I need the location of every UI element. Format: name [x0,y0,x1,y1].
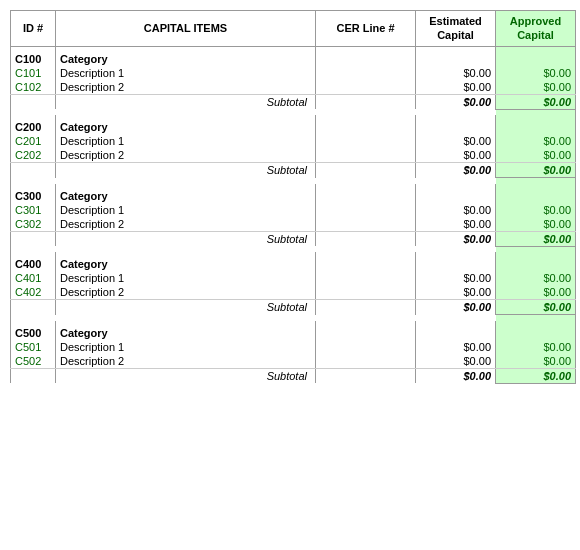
row-approved: $0.00 [496,66,576,80]
table-row: C302 Description 2 $0.00 $0.00 [11,217,576,232]
row-description: Description 1 [56,66,316,80]
row-cer[interactable] [316,217,416,232]
category-est [416,252,496,271]
row-id: C201 [11,134,56,148]
table-row: C102 Description 2 $0.00 $0.00 [11,80,576,95]
subtotal-empty-id [11,300,56,315]
table-row: C502 Description 2 $0.00 $0.00 [11,354,576,369]
category-est [416,184,496,203]
row-estimated: $0.00 [416,340,496,354]
subtotal-estimated: $0.00 [416,94,496,109]
row-cer[interactable] [316,285,416,300]
subtotal-approved: $0.00 [496,300,576,315]
row-cer[interactable] [316,134,416,148]
row-estimated: $0.00 [416,354,496,369]
header-estimated: Estimated Capital [416,11,496,47]
category-cer [316,252,416,271]
row-description: Description 1 [56,271,316,285]
row-approved: $0.00 [496,285,576,300]
row-id: C401 [11,271,56,285]
subtotal-label: Subtotal [56,368,316,383]
subtotal-label: Subtotal [56,163,316,178]
row-approved: $0.00 [496,340,576,354]
row-description: Description 2 [56,354,316,369]
subtotal-empty-id [11,368,56,383]
category-label: Category [56,321,316,340]
subtotal-label: Subtotal [56,94,316,109]
category-app [496,115,576,134]
subtotal-approved: $0.00 [496,94,576,109]
category-app [496,184,576,203]
category-row: C500 Category [11,321,576,340]
category-id: C400 [11,252,56,271]
row-estimated: $0.00 [416,66,496,80]
table-row: C201 Description 1 $0.00 $0.00 [11,134,576,148]
row-description: Description 1 [56,134,316,148]
category-id: C500 [11,321,56,340]
subtotal-label: Subtotal [56,231,316,246]
subtotal-approved: $0.00 [496,231,576,246]
row-approved: $0.00 [496,80,576,95]
row-cer[interactable] [316,148,416,163]
row-estimated: $0.00 [416,217,496,232]
row-approved: $0.00 [496,148,576,163]
row-description: Description 1 [56,203,316,217]
subtotal-row: Subtotal $0.00 $0.00 [11,94,576,109]
row-id: C501 [11,340,56,354]
row-approved: $0.00 [496,271,576,285]
subtotal-cer [316,368,416,383]
category-cer [316,184,416,203]
row-estimated: $0.00 [416,148,496,163]
subtotal-label: Subtotal [56,300,316,315]
table-row: C501 Description 1 $0.00 $0.00 [11,340,576,354]
category-label: Category [56,46,316,66]
category-cer [316,115,416,134]
row-id: C301 [11,203,56,217]
category-id: C300 [11,184,56,203]
subtotal-approved: $0.00 [496,368,576,383]
row-cer[interactable] [316,340,416,354]
subtotal-row: Subtotal $0.00 $0.00 [11,163,576,178]
category-app [496,46,576,66]
header-cer: CER Line # [316,11,416,47]
table-row: C402 Description 2 $0.00 $0.00 [11,285,576,300]
subtotal-cer [316,300,416,315]
subtotal-estimated: $0.00 [416,163,496,178]
row-id: C202 [11,148,56,163]
subtotal-empty-id [11,94,56,109]
row-cer[interactable] [316,354,416,369]
category-label: Category [56,252,316,271]
row-estimated: $0.00 [416,203,496,217]
row-id: C402 [11,285,56,300]
row-estimated: $0.00 [416,80,496,95]
row-cer[interactable] [316,66,416,80]
subtotal-row: Subtotal $0.00 $0.00 [11,300,576,315]
category-row: C300 Category [11,184,576,203]
subtotal-empty-id [11,231,56,246]
category-est [416,46,496,66]
row-cer[interactable] [316,203,416,217]
row-cer[interactable] [316,271,416,285]
row-description: Description 2 [56,148,316,163]
row-id: C101 [11,66,56,80]
row-id: C502 [11,354,56,369]
table-row: C401 Description 1 $0.00 $0.00 [11,271,576,285]
row-description: Description 1 [56,340,316,354]
subtotal-estimated: $0.00 [416,368,496,383]
table-row: C202 Description 2 $0.00 $0.00 [11,148,576,163]
table-row: C101 Description 1 $0.00 $0.00 [11,66,576,80]
row-description: Description 2 [56,285,316,300]
category-cer [316,321,416,340]
row-cer[interactable] [316,80,416,95]
subtotal-row: Subtotal $0.00 $0.00 [11,231,576,246]
category-cer [316,46,416,66]
category-est [416,115,496,134]
row-approved: $0.00 [496,217,576,232]
category-id: C100 [11,46,56,66]
category-app [496,252,576,271]
subtotal-row: Subtotal $0.00 $0.00 [11,368,576,383]
category-est [416,321,496,340]
row-approved: $0.00 [496,134,576,148]
row-estimated: $0.00 [416,285,496,300]
row-approved: $0.00 [496,354,576,369]
